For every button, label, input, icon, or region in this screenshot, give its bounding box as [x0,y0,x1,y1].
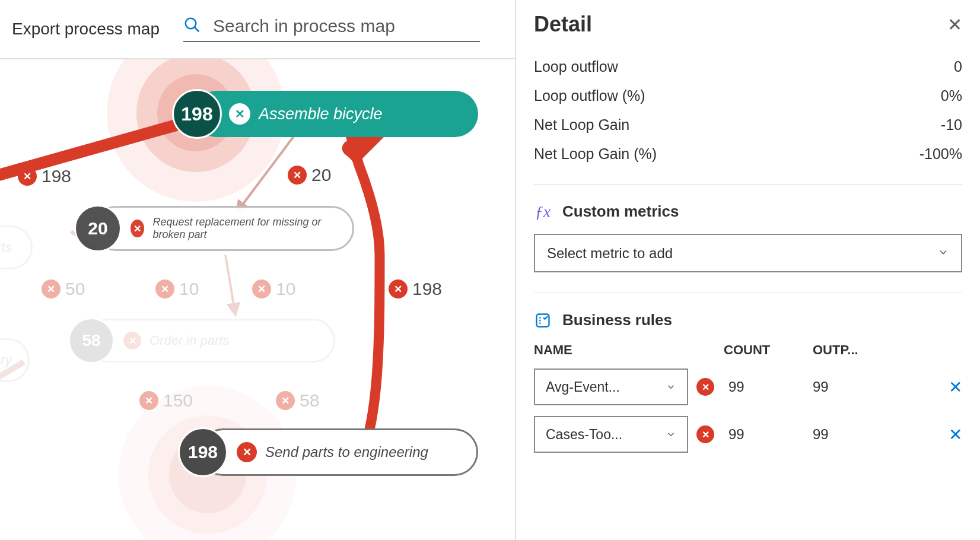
rule-count: 99 [728,426,804,443]
node-label: Order in parts [149,333,230,348]
edge-label: 10 [155,279,199,299]
svg-line-1 [195,27,199,32]
node-count: 58 [68,317,114,364]
edge-label: 58 [276,390,319,411]
node-label: Assemble bicycle [259,105,383,123]
close-icon [389,279,408,298]
chevron-down-icon [666,382,676,392]
select-placeholder: Select metric to add [547,245,673,262]
edge-label: 50 [42,279,85,299]
node-order-in-parts[interactable]: 58 Order in parts [68,317,335,364]
error-icon [696,425,714,443]
custom-metric-select[interactable]: Select metric to add [534,234,962,272]
rule-name-select[interactable]: Avg-Event... [534,369,688,405]
metric-row: Net Loop Gain (%)-100% [534,139,962,169]
search-field[interactable] [183,16,480,42]
chevron-down-icon [666,429,676,440]
metric-row: Loop outflow0 [534,52,962,81]
search-input[interactable] [213,16,480,36]
rule-row: Avg-Event... 99 99 ✕ [534,369,962,405]
table-header: NAME COUNT OUTP... [534,342,962,358]
rule-count: 99 [728,379,804,395]
close-icon [139,391,158,410]
metrics-list: Loop outflow0 Loop outflow (%)0% Net Loo… [534,52,962,185]
edge-label: 20 [288,165,331,185]
custom-metrics-title: Custom metrics [562,202,679,221]
node-send-parts[interactable]: 198 Send parts to engineering [178,427,478,477]
col-output: OUTP... [813,342,962,358]
rule-name-select[interactable]: Cases-Too... [534,416,688,453]
remove-rule-button[interactable]: ✕ [949,377,962,397]
business-rules-title: Business rules [562,311,672,329]
process-map-canvas[interactable]: 198 Assemble bicycle 20 Request replacem… [0,59,515,540]
node-count: 198 [172,89,222,139]
node-request-replacement[interactable]: 20 Request replacement for missing or br… [74,205,354,252]
remove-rule-button[interactable]: ✕ [949,425,962,444]
error-icon [696,378,714,396]
close-icon[interactable] [123,332,141,350]
export-process-map-link[interactable]: Export process map [12,20,160,39]
business-rules-icon [534,312,552,329]
close-button[interactable]: ✕ [947,14,962,35]
edge-label: 150 [139,390,193,411]
node-partial-arts[interactable]: arts [0,225,33,269]
node-label: Request replacement for missing or broke… [152,216,329,241]
col-name: NAME [534,342,724,358]
close-icon[interactable] [237,442,257,462]
fx-icon: ƒx [534,203,552,221]
close-icon[interactable] [229,103,250,125]
node-count: 198 [178,427,228,477]
metric-row: Loop outflow (%)0% [534,81,962,110]
rule-output: 99 [813,379,940,395]
search-icon [183,16,201,36]
close-icon [18,167,37,186]
close-icon[interactable] [131,220,144,237]
edge-label: 198 [18,166,71,186]
close-icon [276,391,295,410]
col-count: COUNT [724,342,813,358]
node-label: tory [0,352,12,368]
node-label: arts [0,240,12,255]
node-label: Send parts to engineering [265,444,428,460]
detail-title: Detail [534,12,592,37]
chevron-down-icon [937,245,949,262]
node-assemble-bicycle[interactable]: 198 Assemble bicycle [172,89,478,139]
svg-point-0 [186,18,196,29]
edge-label: 198 [389,279,442,299]
node-partial-tory[interactable]: tory [0,338,30,382]
close-icon [288,166,307,185]
close-icon [42,279,61,298]
node-count: 20 [74,205,122,252]
close-icon [155,279,174,298]
rule-row: Cases-Too... 99 99 ✕ [534,416,962,453]
metric-row: Net Loop Gain-10 [534,110,962,139]
close-icon [252,279,271,298]
rule-output: 99 [813,426,940,443]
edge-label: 10 [252,279,295,299]
